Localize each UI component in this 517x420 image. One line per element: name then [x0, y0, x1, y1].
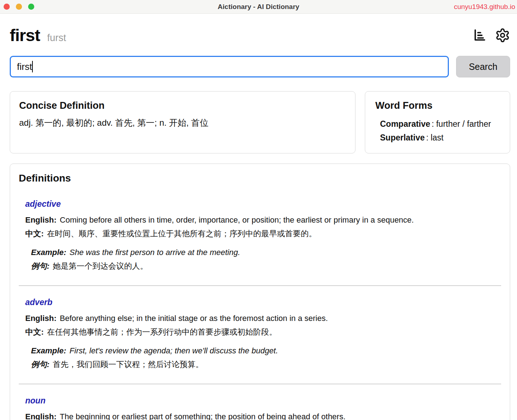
- main-content: first furst first S: [0, 25, 517, 420]
- entry-divider: [19, 285, 501, 286]
- window-controls: [4, 4, 34, 10]
- word-form-label: Comparative: [380, 119, 430, 129]
- definitions-title: Definitions: [19, 173, 501, 184]
- concise-definition-card: Concise Definition adj. 第一的, 最初的; adv. 首…: [10, 91, 355, 153]
- minimize-window-button[interactable]: [16, 4, 22, 10]
- english-definition-line: English:The beginning or earliest part o…: [25, 410, 501, 420]
- headword-group: first furst: [10, 25, 66, 45]
- english-label: English:: [25, 215, 57, 224]
- word-form-colon: :: [426, 133, 428, 142]
- english-definition: Coming before all others in time, order,…: [60, 215, 414, 224]
- word-forms-list: Comparative:further / farther Superlativ…: [375, 117, 500, 144]
- english-label: English:: [25, 412, 57, 420]
- phonetic-respelling: furst: [47, 32, 66, 44]
- example-block: Example:First, let's review the agenda; …: [31, 344, 501, 371]
- search-bar: first Search: [10, 56, 510, 77]
- definition-entry-noun: noun English:The beginning or earliest p…: [19, 396, 501, 420]
- example-label: Example:: [31, 346, 66, 355]
- chinese-label: 中文:: [25, 327, 44, 336]
- example-english-line: Example:She was the first person to arri…: [31, 246, 501, 259]
- word-forms-title: Word Forms: [375, 100, 500, 111]
- summary-cards: Concise Definition adj. 第一的, 最初的; adv. 首…: [10, 91, 510, 153]
- example-english: First, let's review the agenda; then we'…: [70, 346, 278, 355]
- word-header: first furst: [10, 25, 510, 45]
- search-input-value: first: [17, 61, 32, 72]
- stats-button[interactable]: [472, 27, 488, 43]
- part-of-speech: noun: [25, 396, 501, 406]
- word-forms-card: Word Forms Comparative:further / farther…: [365, 91, 510, 153]
- word-form-label: Superlative: [380, 133, 425, 142]
- chinese-definition-line: 中文:在时间、顺序、重要性或位置上位于其他所有之前；序列中的最早或首要的。: [25, 227, 501, 241]
- english-definition-line: English:Before anything else; in the ini…: [25, 312, 501, 325]
- header-actions: [472, 27, 510, 43]
- example-chinese-line: 例句:首先，我们回顾一下议程；然后讨论预算。: [31, 358, 501, 371]
- example-cn-label: 例句:: [31, 360, 49, 369]
- word-form-value: last: [430, 133, 443, 142]
- text-caret: [32, 61, 33, 72]
- chinese-definition-line: 中文:在任何其他事情之前；作为一系列行动中的首要步骤或初始阶段。: [25, 325, 501, 339]
- english-definition: The beginning or earliest part of someth…: [60, 412, 346, 420]
- english-definition-line: English:Coming before all others in time…: [25, 213, 501, 227]
- window-title: Aictionary - AI Dictionary: [218, 3, 299, 11]
- word-form-value: further / farther: [436, 119, 491, 129]
- chinese-definition: 在任何其他事情之前；作为一系列行动中的首要步骤或初始阶段。: [47, 327, 277, 336]
- word-form-row-comparative: Comparative:further / farther: [380, 117, 500, 131]
- definitions-card: Definitions adjective English:Coming bef…: [10, 164, 510, 420]
- close-window-button[interactable]: [4, 4, 10, 10]
- part-of-speech: adjective: [25, 199, 501, 209]
- zoom-window-button[interactable]: [28, 4, 34, 10]
- headword: first: [10, 25, 40, 45]
- search-button[interactable]: Search: [456, 56, 510, 77]
- titlebar: Aictionary - AI Dictionary cunyu1943.git…: [0, 0, 517, 14]
- settings-button[interactable]: [495, 28, 510, 43]
- definition-entry-adjective: adjective English:Coming before all othe…: [19, 199, 501, 273]
- chinese-definition: 在时间、顺序、重要性或位置上位于其他所有之前；序列中的最早或首要的。: [47, 229, 317, 238]
- search-input[interactable]: first: [10, 56, 449, 77]
- example-label: Example:: [31, 248, 66, 257]
- part-of-speech: adverb: [25, 298, 501, 307]
- example-english-line: Example:First, let's review the agenda; …: [31, 344, 501, 358]
- word-form-row-superlative: Superlative:last: [380, 131, 500, 144]
- example-cn-label: 例句:: [31, 262, 49, 271]
- bar-chart-icon: [472, 27, 488, 43]
- example-chinese-line: 例句:她是第一个到达会议的人。: [31, 259, 501, 273]
- word-form-colon: :: [432, 119, 434, 129]
- example-chinese: 首先，我们回顾一下议程；然后讨论预算。: [53, 360, 203, 369]
- entry-divider: [19, 384, 501, 384]
- definition-entry-adverb: adverb English:Before anything else; in …: [19, 298, 501, 371]
- concise-definition-title: Concise Definition: [19, 100, 346, 111]
- chinese-label: 中文:: [25, 229, 44, 238]
- example-chinese: 她是第一个到达会议的人。: [53, 262, 148, 271]
- gear-icon: [495, 28, 510, 43]
- example-english: She was the first person to arrive at th…: [70, 248, 240, 257]
- example-block: Example:She was the first person to arri…: [31, 246, 501, 273]
- english-definition: Before anything else; in the initial sta…: [60, 314, 328, 323]
- site-url-link[interactable]: cunyu1943.github.io: [454, 3, 515, 11]
- english-label: English:: [25, 314, 57, 323]
- concise-definition-text: adj. 第一的, 最初的; adv. 首先, 第一; n. 开始, 首位: [19, 117, 346, 129]
